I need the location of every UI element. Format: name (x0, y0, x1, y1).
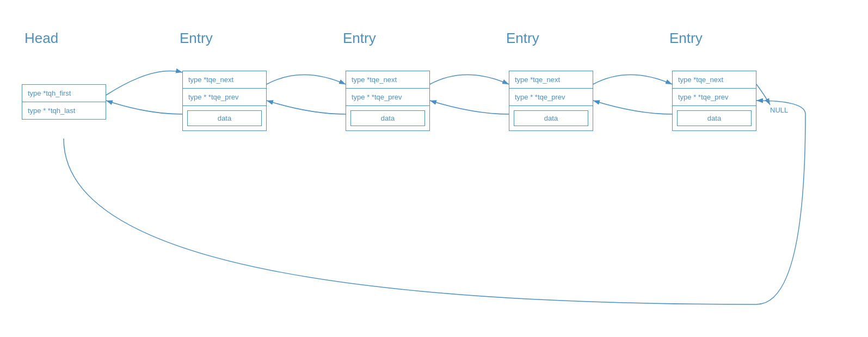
entry3-box: type *tqe_next type * *tqe_prev data (509, 71, 593, 131)
entry4-label: Entry (669, 30, 703, 47)
entry2-label: Entry (343, 30, 376, 47)
entry2-field-prev: type * *tqe_prev (346, 89, 429, 106)
entry2-data: data (350, 110, 425, 126)
entry3-label: Entry (506, 30, 539, 47)
head-label: Head (24, 30, 58, 47)
entry1-field-prev: type * *tqe_prev (183, 89, 266, 106)
head-box: type *tqh_first type * *tqh_last (22, 84, 106, 120)
entry2-field-next: type *tqe_next (346, 71, 429, 89)
null-label: NULL (770, 106, 788, 114)
head-field-last: type * *tqh_last (22, 102, 106, 119)
entry4-field-next: type *tqe_next (673, 71, 756, 89)
entry3-field-next: type *tqe_next (509, 71, 593, 89)
entry4-data: data (677, 110, 752, 126)
entry3-data: data (514, 110, 588, 126)
entry1-data: data (187, 110, 262, 126)
entry4-box: type *tqe_next type * *tqe_prev data (672, 71, 756, 131)
entry1-field-next: type *tqe_next (183, 71, 266, 89)
arrows-svg (0, 0, 868, 337)
diagram-container: Head Entry Entry Entry Entry type *tqh_f… (0, 0, 868, 337)
entry3-field-prev: type * *tqe_prev (509, 89, 593, 106)
head-field-first: type *tqh_first (22, 85, 106, 102)
entry1-box: type *tqe_next type * *tqe_prev data (182, 71, 267, 131)
entry2-box: type *tqe_next type * *tqe_prev data (346, 71, 430, 131)
entry4-field-prev: type * *tqe_prev (673, 89, 756, 106)
entry1-label: Entry (180, 30, 213, 47)
